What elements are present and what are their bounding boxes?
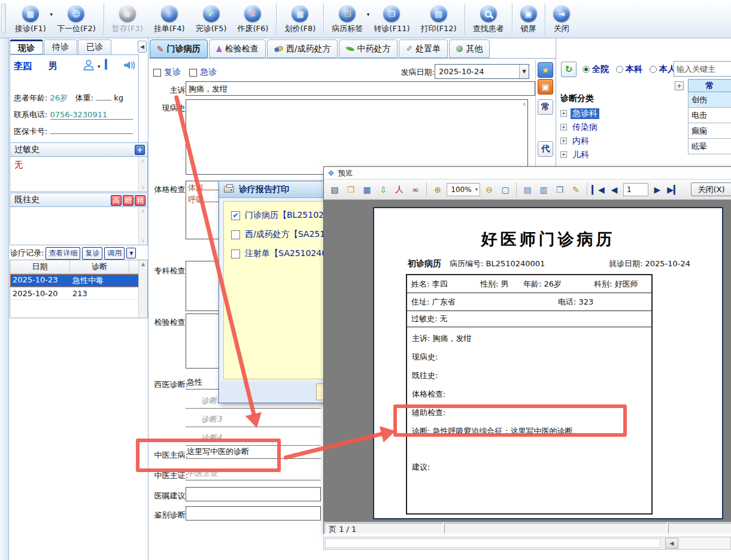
tree-item[interactable]: +儿科 [560, 148, 599, 162]
weight-field[interactable] [96, 100, 111, 101]
sidebar-tab[interactable]: 待诊 [44, 39, 77, 54]
history-tag-button[interactable]: 精 [135, 195, 145, 206]
records-button[interactable]: 复诊 [82, 247, 102, 260]
sidebar-tab[interactable]: 现诊 [10, 39, 43, 54]
expand-all-icon[interactable]: + [675, 81, 684, 90]
avatar-dropdown-icon[interactable]: ▾ [98, 63, 101, 69]
common-diagnosis-item[interactable]: 癫痫 [688, 123, 731, 139]
tree-expand-icon[interactable]: + [560, 124, 567, 130]
scroll-left-icon[interactable]: ◀ [665, 538, 678, 549]
call-patient-speaker-icon[interactable] [123, 60, 136, 72]
onset-date-dropdown[interactable]: 2025-10-24 ▼ [435, 64, 529, 79]
scrollbar-track[interactable] [680, 538, 730, 549]
horizontal-scrollbar[interactable]: ◀ [323, 537, 731, 550]
quick-save-button[interactable]: ▣ [538, 79, 553, 95]
sidebar-tab[interactable]: 已诊 [78, 39, 111, 54]
lock-screen-button[interactable]: ▣锁屏 [515, 4, 542, 34]
print-button[interactable]: ▤打印(F12) [415, 4, 462, 34]
common-diagnosis-item[interactable]: 眩晕 [688, 139, 731, 154]
textarea-scroll-up-icon[interactable]: ∧ [522, 101, 526, 107]
fit-window-icon[interactable]: ▢ [498, 182, 512, 197]
tree-item[interactable]: +内科 [560, 134, 599, 148]
left-collapsed-panel[interactable] [0, 38, 9, 560]
tcm-disease-field[interactable]: 这里写中医的诊断 [186, 445, 321, 459]
tree-expand-icon[interactable]: + [560, 151, 567, 158]
tab-herbal-medicine[interactable]: 中药处方 [339, 39, 398, 58]
export-icon[interactable]: ⇩ [376, 182, 390, 197]
open-icon[interactable]: ❐ [344, 182, 358, 197]
checkbox-复诊[interactable]: 复诊 [153, 67, 181, 78]
advice-input[interactable] [186, 487, 321, 501]
admit-patient-button[interactable]: ▦▾接诊(F1) [10, 4, 51, 34]
collapse-sidebar-button[interactable]: ◀ [138, 41, 147, 53]
diagnosis-placeholder-field[interactable]: 诊断3 [186, 409, 321, 427]
chief-complaint-input[interactable]: 胸痛，发绀 [186, 81, 535, 96]
patient-avatar-icon[interactable] [82, 59, 95, 72]
tab-other[interactable]: 其他 [449, 39, 490, 58]
scope-radio-本科[interactable]: 本科 [616, 64, 642, 75]
find-icon[interactable]: ∞ [408, 182, 423, 197]
single-page-icon[interactable]: ▤ [520, 182, 535, 197]
tab-western-medicine[interactable]: 西/成药处方 [267, 39, 338, 58]
patient-name-link[interactable]: 李四 [14, 60, 32, 72]
tree-item[interactable]: +传染病 [560, 120, 599, 134]
save-icon[interactable]: ▦ [360, 182, 374, 197]
preview-close-button[interactable]: 关闭(X) [691, 182, 731, 196]
add-allergy-button[interactable]: + [135, 145, 145, 155]
close-app-button[interactable]: ⇥关闭 [548, 4, 575, 34]
continuous-page-icon[interactable]: ▥ [536, 182, 551, 197]
page-number-input[interactable]: 1 [623, 183, 648, 196]
records-table-scrollbar[interactable]: ▲ [138, 260, 147, 318]
favorite-button[interactable]: ★ [538, 62, 553, 78]
allergy-scrollbar[interactable]: ∧∨ [138, 157, 147, 191]
history-scrollbar[interactable]: ∧∨ [138, 207, 147, 245]
table-row[interactable]: 2025-10-20213 [10, 288, 147, 300]
zoom-out-icon[interactable]: ⊖ [482, 182, 496, 197]
tcm-syndrome-field[interactable]: 中医主证 [186, 467, 321, 480]
tree-expand-icon[interactable]: + [560, 138, 567, 144]
zoom-dropdown[interactable]: 100%▾ [447, 183, 480, 196]
finish-visit-button[interactable]: ✔完诊(F5) [190, 4, 232, 34]
records-button[interactable]: 调用 [104, 247, 125, 260]
common-diagnosis-item[interactable]: 创伤 [688, 92, 731, 108]
tree-item[interactable]: +急诊科 [560, 106, 599, 120]
print-icon[interactable]: ▤ [327, 182, 342, 197]
tab-treatment-sheet[interactable]: ✐处置单 [399, 39, 448, 58]
toolbar-grip[interactable] [1, 4, 6, 34]
records-button[interactable]: 查看详细 [46, 247, 80, 260]
first-page-icon[interactable]: ▎◀ [591, 182, 605, 197]
history-tag-button[interactable]: 高 [111, 195, 122, 206]
referral-button[interactable]: ❒转诊(F11) [368, 4, 415, 34]
find-patient-button[interactable]: 查找患者 [468, 4, 509, 34]
past-history-box[interactable]: ∧∨ [10, 207, 148, 245]
void-button[interactable]: ✘作废(F6) [232, 4, 274, 34]
table-row[interactable]: 2025-10-23急性中毒 [10, 274, 147, 288]
allergy-box[interactable]: 无 ∧∨ [10, 157, 148, 192]
tab-lab-test[interactable]: 检验检查 [209, 39, 266, 58]
next-patient-button[interactable]: ☺下一位(F2) [51, 4, 101, 34]
tab-medical-record[interactable]: ✎门诊病历 [150, 39, 208, 58]
template-button[interactable]: 代 [538, 141, 553, 157]
diagnosis-placeholder-field[interactable]: 诊断4 [186, 427, 321, 446]
common-phrases-button[interactable]: 常 [538, 99, 553, 115]
common-diagnosis-item[interactable]: 电击 [688, 108, 731, 123]
checkbox-急诊[interactable]: 急诊 [189, 67, 217, 78]
history-tag-button[interactable]: 糖 [123, 195, 134, 206]
preview-titlebar[interactable]: ❖ 预览 [324, 167, 731, 179]
next-page-icon[interactable]: ▶ [650, 182, 665, 197]
temp-save-button[interactable]: ≡暂存(F3) [107, 4, 148, 34]
differential-input[interactable] [186, 506, 321, 521]
facing-pages-icon[interactable]: ❐ [553, 182, 567, 197]
tree-expand-icon[interactable]: + [560, 110, 567, 117]
last-page-icon[interactable]: ▶▎ [666, 182, 681, 197]
present-illness-textarea[interactable]: ∧ [186, 99, 528, 175]
pricing-button[interactable]: ▦划价(F8) [279, 4, 321, 34]
insurance-field[interactable] [50, 133, 133, 134]
preview-content[interactable]: 好医师门诊病历 初诊病历 病历编号: BL2510240001 就诊日期: 20… [324, 200, 731, 522]
diagnosis-search-input[interactable]: 输入关键主 [674, 61, 731, 77]
zoom-in-icon[interactable]: ⊕ [430, 182, 445, 197]
prev-page-icon[interactable]: ◀ [607, 182, 621, 197]
refresh-icon[interactable]: ↻ [561, 62, 577, 77]
scope-radio-全院[interactable]: 全院 [583, 64, 609, 75]
pdf-icon[interactable]: 人 [392, 182, 407, 197]
